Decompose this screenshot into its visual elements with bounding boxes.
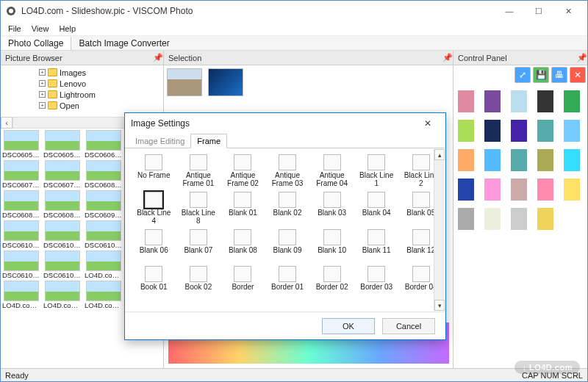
thumbnail-item[interactable]: DSC06075... <box>2 160 40 189</box>
frame-option[interactable]: Blank 03 <box>313 192 351 225</box>
frame-option[interactable]: Blank 08 <box>224 229 262 262</box>
cancel-button[interactable]: Cancel <box>382 318 435 334</box>
frame-option[interactable]: Blank 06 <box>135 229 173 262</box>
control-thumbnail[interactable] <box>484 208 501 230</box>
maximize-button[interactable]: ☐ <box>524 1 553 21</box>
tab-frame[interactable]: Frame <box>190 134 227 148</box>
control-thumbnail[interactable] <box>484 179 501 201</box>
control-thumbnail[interactable] <box>458 149 474 171</box>
control-thumbnail[interactable] <box>537 90 553 112</box>
frame-option[interactable]: Border 03 <box>358 266 395 298</box>
batch-converter-button[interactable]: Batch Image Converter <box>71 37 176 50</box>
photo-collage-button[interactable]: Photo Collage <box>1 37 71 50</box>
frame-option[interactable]: Blank 04 <box>358 192 395 225</box>
frame-option[interactable]: Border 02 <box>313 266 351 298</box>
selection-thumbnail[interactable] <box>167 68 202 96</box>
thumbnail-item[interactable]: DSC06102... <box>2 220 40 249</box>
folder-tree[interactable]: +Images +Lenovo +Lightroom +Open <box>1 65 163 117</box>
pin-icon[interactable]: 📌 <box>442 53 450 62</box>
control-thumbnail[interactable] <box>564 120 580 142</box>
control-thumbnail[interactable] <box>537 149 553 171</box>
control-thumbnail[interactable] <box>564 90 580 112</box>
control-thumbnail[interactable] <box>484 149 501 171</box>
thumbnail-image <box>45 130 80 151</box>
thumbnail-item[interactable]: DSC06089... <box>43 190 82 219</box>
control-thumbnail[interactable] <box>458 90 474 112</box>
menu-view[interactable]: View <box>27 24 54 34</box>
thumbnail-item[interactable]: LO4D.com - Star Fish.ine <box>85 281 123 309</box>
frame-option[interactable]: Border <box>224 266 262 298</box>
pin-icon[interactable]: 📌 <box>577 53 584 62</box>
frame-option[interactable]: Book 02 <box>180 266 218 298</box>
control-thumbnail[interactable] <box>511 149 527 171</box>
frame-grid[interactable]: No FrameAntique Frame 01Antique Frame 02… <box>125 148 445 311</box>
control-thumbnail[interactable] <box>458 120 474 142</box>
pin-icon[interactable]: 📌 <box>153 53 160 62</box>
frame-option[interactable]: Black Line 8 <box>180 192 218 225</box>
control-thumbnail[interactable] <box>537 208 553 230</box>
menu-help[interactable]: Help <box>54 24 80 34</box>
control-thumbnail[interactable] <box>484 120 501 142</box>
control-thumbnail[interactable] <box>537 179 553 201</box>
control-thumbnail[interactable] <box>511 179 527 201</box>
control-panel: ⤢ 💾 🖶 ✕ <box>453 65 587 368</box>
scroll-track[interactable] <box>434 160 445 300</box>
close-button[interactable]: ✕ <box>553 1 583 21</box>
selection-thumbnail[interactable] <box>208 68 243 96</box>
menu-file[interactable]: File <box>4 24 26 34</box>
thumbnail-item[interactable]: LO4D.com - Fritz.tif <box>43 281 82 309</box>
dialog-scrollbar[interactable]: ▴ ▾ <box>434 149 445 311</box>
frame-option[interactable]: Blank 07 <box>180 229 218 262</box>
control-thumbnail[interactable] <box>511 90 527 112</box>
thumbnail-item[interactable]: DSC06081... <box>85 160 123 189</box>
control-thumbnail[interactable] <box>458 208 474 230</box>
frame-option[interactable]: Black Line 1 <box>358 154 395 187</box>
save-icon[interactable]: 💾 <box>533 67 549 83</box>
tab-image-editing[interactable]: Image Editing <box>129 134 190 148</box>
control-thumbnail[interactable] <box>511 208 527 230</box>
control-thumbnail[interactable] <box>511 120 527 142</box>
thumbnail-item[interactable]: DSC06103... <box>43 220 82 249</box>
thumbnail-item[interactable]: DSC06105... <box>2 251 40 279</box>
frame-option[interactable]: Blank 01 <box>224 192 262 225</box>
thumbnail-item[interactable]: DSC06106... <box>43 251 82 279</box>
scroll-down-icon[interactable]: ▾ <box>434 300 445 311</box>
frame-option[interactable]: Antique Frame 03 <box>269 154 306 187</box>
frame-option[interactable]: Blank 10 <box>313 229 351 262</box>
frame-option[interactable]: Antique Frame 01 <box>180 154 218 187</box>
thumbnail-item[interactable]: DSC06078... <box>43 160 82 189</box>
control-toolbar: ⤢ 💾 🖶 ✕ <box>453 65 587 86</box>
frame-option[interactable]: Antique Frame 04 <box>313 154 351 187</box>
minimize-button[interactable]: — <box>495 1 524 21</box>
dialog-close-button[interactable]: ✕ <box>416 115 440 132</box>
frame-label: Black Line 4 <box>135 209 173 225</box>
frame-option[interactable]: Blank 02 <box>269 192 306 225</box>
print-icon[interactable]: 🖶 <box>551 67 567 83</box>
thumbnail-item[interactable]: DSC06055... <box>43 130 82 159</box>
control-thumbnail[interactable] <box>484 90 501 112</box>
thumbnail-item[interactable]: DSC06104... <box>85 220 123 249</box>
thumbnail-item[interactable]: LO4D.com - Clownfish... <box>85 251 123 279</box>
control-thumbnail[interactable] <box>564 179 580 201</box>
control-thumbnail[interactable] <box>537 120 553 142</box>
scroll-up-icon[interactable]: ▴ <box>434 149 445 160</box>
control-thumbnail-grid[interactable] <box>453 86 587 368</box>
frame-option[interactable]: Blank 11 <box>358 229 395 262</box>
thumbnail-item[interactable]: DSC06066... <box>85 130 123 159</box>
ok-button[interactable]: OK <box>322 318 375 334</box>
control-thumbnail[interactable] <box>564 149 580 171</box>
scroll-left-icon[interactable]: ‹ <box>1 117 12 129</box>
frame-option[interactable]: Blank 09 <box>269 229 306 262</box>
frame-option[interactable]: Border 01 <box>269 266 306 298</box>
thumbnail-item[interactable]: DSC06092... <box>85 190 123 219</box>
frame-option[interactable]: No Frame <box>135 154 173 187</box>
thumbnail-item[interactable]: DSC06087... <box>2 190 40 219</box>
frame-option[interactable]: Black Line 4 <box>135 192 173 225</box>
fit-icon[interactable]: ⤢ <box>514 67 531 83</box>
thumbnail-item[interactable]: DSC06052... <box>2 130 40 159</box>
frame-option[interactable]: Book 01 <box>135 266 173 298</box>
delete-icon[interactable]: ✕ <box>570 67 586 83</box>
control-thumbnail[interactable] <box>458 179 474 201</box>
thumbnail-item[interactable]: LO4D.com - Fritz.ine <box>2 281 40 309</box>
frame-option[interactable]: Antique Frame 02 <box>224 154 262 187</box>
